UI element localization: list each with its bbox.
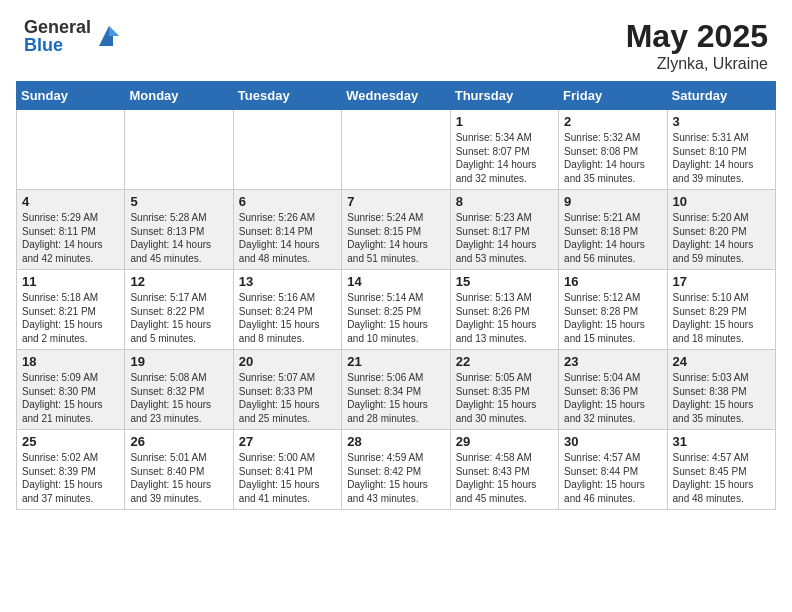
calendar-cell: 24Sunrise: 5:03 AM Sunset: 8:38 PM Dayli… xyxy=(667,350,775,430)
day-info: Sunrise: 5:01 AM Sunset: 8:40 PM Dayligh… xyxy=(130,452,211,504)
day-number: 3 xyxy=(673,114,770,129)
calendar-cell: 27Sunrise: 5:00 AM Sunset: 8:41 PM Dayli… xyxy=(233,430,341,510)
day-info: Sunrise: 5:03 AM Sunset: 8:38 PM Dayligh… xyxy=(673,372,754,424)
day-number: 4 xyxy=(22,194,119,209)
day-info: Sunrise: 5:17 AM Sunset: 8:22 PM Dayligh… xyxy=(130,292,211,344)
day-number: 29 xyxy=(456,434,553,449)
calendar-cell: 22Sunrise: 5:05 AM Sunset: 8:35 PM Dayli… xyxy=(450,350,558,430)
calendar-cell: 18Sunrise: 5:09 AM Sunset: 8:30 PM Dayli… xyxy=(17,350,125,430)
day-number: 8 xyxy=(456,194,553,209)
title-block: May 2025 Zlynka, Ukraine xyxy=(626,18,768,73)
day-number: 26 xyxy=(130,434,227,449)
day-info: Sunrise: 5:06 AM Sunset: 8:34 PM Dayligh… xyxy=(347,372,428,424)
calendar-cell: 25Sunrise: 5:02 AM Sunset: 8:39 PM Dayli… xyxy=(17,430,125,510)
logo-blue-text: Blue xyxy=(24,36,91,54)
day-number: 13 xyxy=(239,274,336,289)
day-info: Sunrise: 4:58 AM Sunset: 8:43 PM Dayligh… xyxy=(456,452,537,504)
day-number: 15 xyxy=(456,274,553,289)
day-info: Sunrise: 5:23 AM Sunset: 8:17 PM Dayligh… xyxy=(456,212,537,264)
day-number: 22 xyxy=(456,354,553,369)
calendar-week-row-3: 11Sunrise: 5:18 AM Sunset: 8:21 PM Dayli… xyxy=(17,270,776,350)
day-number: 20 xyxy=(239,354,336,369)
calendar-cell: 28Sunrise: 4:59 AM Sunset: 8:42 PM Dayli… xyxy=(342,430,450,510)
day-number: 11 xyxy=(22,274,119,289)
calendar-cell: 12Sunrise: 5:17 AM Sunset: 8:22 PM Dayli… xyxy=(125,270,233,350)
calendar-cell: 21Sunrise: 5:06 AM Sunset: 8:34 PM Dayli… xyxy=(342,350,450,430)
day-number: 23 xyxy=(564,354,661,369)
day-number: 6 xyxy=(239,194,336,209)
day-info: Sunrise: 5:26 AM Sunset: 8:14 PM Dayligh… xyxy=(239,212,320,264)
calendar-week-row-2: 4Sunrise: 5:29 AM Sunset: 8:11 PM Daylig… xyxy=(17,190,776,270)
day-number: 21 xyxy=(347,354,444,369)
day-number: 18 xyxy=(22,354,119,369)
day-info: Sunrise: 5:31 AM Sunset: 8:10 PM Dayligh… xyxy=(673,132,754,184)
day-info: Sunrise: 5:05 AM Sunset: 8:35 PM Dayligh… xyxy=(456,372,537,424)
weekday-header-row: SundayMondayTuesdayWednesdayThursdayFrid… xyxy=(17,82,776,110)
day-number: 2 xyxy=(564,114,661,129)
day-info: Sunrise: 5:12 AM Sunset: 8:28 PM Dayligh… xyxy=(564,292,645,344)
day-info: Sunrise: 5:28 AM Sunset: 8:13 PM Dayligh… xyxy=(130,212,211,264)
calendar-cell: 7Sunrise: 5:24 AM Sunset: 8:15 PM Daylig… xyxy=(342,190,450,270)
day-number: 17 xyxy=(673,274,770,289)
calendar-cell: 15Sunrise: 5:13 AM Sunset: 8:26 PM Dayli… xyxy=(450,270,558,350)
calendar-cell: 31Sunrise: 4:57 AM Sunset: 8:45 PM Dayli… xyxy=(667,430,775,510)
day-number: 16 xyxy=(564,274,661,289)
day-info: Sunrise: 5:10 AM Sunset: 8:29 PM Dayligh… xyxy=(673,292,754,344)
logo: General Blue xyxy=(24,18,123,54)
calendar-cell: 11Sunrise: 5:18 AM Sunset: 8:21 PM Dayli… xyxy=(17,270,125,350)
weekday-header-wednesday: Wednesday xyxy=(342,82,450,110)
calendar-cell xyxy=(342,110,450,190)
weekday-header-thursday: Thursday xyxy=(450,82,558,110)
calendar-week-row-1: 1Sunrise: 5:34 AM Sunset: 8:07 PM Daylig… xyxy=(17,110,776,190)
calendar-cell: 4Sunrise: 5:29 AM Sunset: 8:11 PM Daylig… xyxy=(17,190,125,270)
day-info: Sunrise: 5:08 AM Sunset: 8:32 PM Dayligh… xyxy=(130,372,211,424)
day-number: 27 xyxy=(239,434,336,449)
calendar-cell: 8Sunrise: 5:23 AM Sunset: 8:17 PM Daylig… xyxy=(450,190,558,270)
weekday-header-saturday: Saturday xyxy=(667,82,775,110)
day-number: 5 xyxy=(130,194,227,209)
calendar-week-row-5: 25Sunrise: 5:02 AM Sunset: 8:39 PM Dayli… xyxy=(17,430,776,510)
weekday-header-sunday: Sunday xyxy=(17,82,125,110)
page-header: General Blue May 2025 Zlynka, Ukraine xyxy=(0,0,792,81)
calendar-cell: 1Sunrise: 5:34 AM Sunset: 8:07 PM Daylig… xyxy=(450,110,558,190)
calendar-cell: 30Sunrise: 4:57 AM Sunset: 8:44 PM Dayli… xyxy=(559,430,667,510)
calendar-cell: 3Sunrise: 5:31 AM Sunset: 8:10 PM Daylig… xyxy=(667,110,775,190)
weekday-header-tuesday: Tuesday xyxy=(233,82,341,110)
day-info: Sunrise: 5:29 AM Sunset: 8:11 PM Dayligh… xyxy=(22,212,103,264)
day-info: Sunrise: 5:21 AM Sunset: 8:18 PM Dayligh… xyxy=(564,212,645,264)
day-info: Sunrise: 5:09 AM Sunset: 8:30 PM Dayligh… xyxy=(22,372,103,424)
day-number: 7 xyxy=(347,194,444,209)
day-info: Sunrise: 5:18 AM Sunset: 8:21 PM Dayligh… xyxy=(22,292,103,344)
calendar-cell: 17Sunrise: 5:10 AM Sunset: 8:29 PM Dayli… xyxy=(667,270,775,350)
calendar-cell: 19Sunrise: 5:08 AM Sunset: 8:32 PM Dayli… xyxy=(125,350,233,430)
calendar-cell: 9Sunrise: 5:21 AM Sunset: 8:18 PM Daylig… xyxy=(559,190,667,270)
location: Zlynka, Ukraine xyxy=(626,55,768,73)
day-number: 31 xyxy=(673,434,770,449)
day-info: Sunrise: 5:16 AM Sunset: 8:24 PM Dayligh… xyxy=(239,292,320,344)
day-number: 10 xyxy=(673,194,770,209)
calendar-cell: 23Sunrise: 5:04 AM Sunset: 8:36 PM Dayli… xyxy=(559,350,667,430)
day-info: Sunrise: 5:13 AM Sunset: 8:26 PM Dayligh… xyxy=(456,292,537,344)
day-info: Sunrise: 5:07 AM Sunset: 8:33 PM Dayligh… xyxy=(239,372,320,424)
day-number: 14 xyxy=(347,274,444,289)
day-info: Sunrise: 5:20 AM Sunset: 8:20 PM Dayligh… xyxy=(673,212,754,264)
calendar-week-row-4: 18Sunrise: 5:09 AM Sunset: 8:30 PM Dayli… xyxy=(17,350,776,430)
weekday-header-monday: Monday xyxy=(125,82,233,110)
day-number: 28 xyxy=(347,434,444,449)
day-number: 12 xyxy=(130,274,227,289)
day-number: 9 xyxy=(564,194,661,209)
calendar-cell: 29Sunrise: 4:58 AM Sunset: 8:43 PM Dayli… xyxy=(450,430,558,510)
calendar-cell xyxy=(17,110,125,190)
day-number: 24 xyxy=(673,354,770,369)
day-number: 1 xyxy=(456,114,553,129)
calendar-cell: 26Sunrise: 5:01 AM Sunset: 8:40 PM Dayli… xyxy=(125,430,233,510)
month-year: May 2025 xyxy=(626,18,768,55)
day-info: Sunrise: 5:04 AM Sunset: 8:36 PM Dayligh… xyxy=(564,372,645,424)
calendar-cell: 20Sunrise: 5:07 AM Sunset: 8:33 PM Dayli… xyxy=(233,350,341,430)
calendar-cell: 10Sunrise: 5:20 AM Sunset: 8:20 PM Dayli… xyxy=(667,190,775,270)
day-info: Sunrise: 5:32 AM Sunset: 8:08 PM Dayligh… xyxy=(564,132,645,184)
calendar-cell: 6Sunrise: 5:26 AM Sunset: 8:14 PM Daylig… xyxy=(233,190,341,270)
svg-marker-1 xyxy=(109,26,119,36)
logo-icon xyxy=(95,22,123,50)
calendar-cell: 13Sunrise: 5:16 AM Sunset: 8:24 PM Dayli… xyxy=(233,270,341,350)
